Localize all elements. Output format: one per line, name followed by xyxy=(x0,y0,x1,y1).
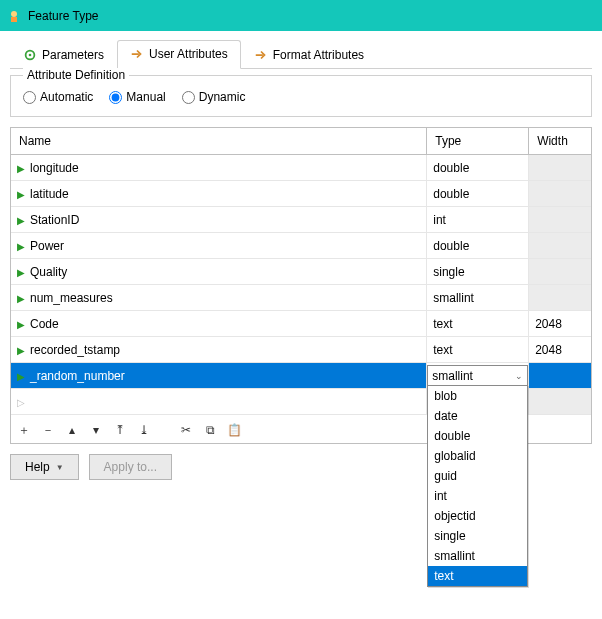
table-row[interactable]: ▶num_measuressmallint xyxy=(11,285,591,311)
attribute-name: _random_number xyxy=(30,369,125,383)
dropdown-option[interactable]: objectid xyxy=(428,506,527,526)
dropdown-option[interactable]: double xyxy=(428,426,527,446)
attribute-name: StationID xyxy=(30,213,79,227)
dropdown-option[interactable]: guid xyxy=(428,466,527,486)
dropdown-option[interactable]: text xyxy=(428,566,527,586)
window-title: Feature Type xyxy=(28,9,99,23)
table-row[interactable]: ▶recorded_tstamptext2048 xyxy=(11,337,591,363)
svg-point-0 xyxy=(11,11,17,17)
expand-icon: ▷ xyxy=(17,397,25,408)
attribute-width: 2048 xyxy=(529,311,591,337)
attribute-width xyxy=(529,181,591,207)
button-label: Help xyxy=(25,460,50,474)
attribute-type: text xyxy=(427,337,529,363)
expand-icon[interactable]: ▶ xyxy=(17,241,25,252)
attribute-name: Quality xyxy=(30,265,67,279)
expand-icon[interactable]: ▶ xyxy=(17,319,25,330)
expand-icon[interactable]: ▶ xyxy=(17,371,25,382)
radio-dynamic[interactable]: Dynamic xyxy=(182,90,246,104)
attribute-type: double xyxy=(427,233,529,259)
attribute-name: longitude xyxy=(30,161,79,175)
attribute-name: recorded_tstamp xyxy=(30,343,120,357)
dropdown-option[interactable]: smallint xyxy=(428,546,527,566)
tabs: Parameters User Attributes Format Attrib… xyxy=(10,39,592,69)
move-top-button[interactable]: ⤒ xyxy=(113,423,127,437)
attribute-width xyxy=(529,259,591,285)
radio-label: Automatic xyxy=(40,90,93,104)
expand-icon[interactable]: ▶ xyxy=(17,163,25,174)
chevron-down-icon: ⌄ xyxy=(515,371,523,381)
radio-label: Manual xyxy=(126,90,165,104)
table-row[interactable]: ▶Codetext2048 xyxy=(11,311,591,337)
table-row[interactable]: ▶StationIDint xyxy=(11,207,591,233)
attribute-width xyxy=(529,363,591,389)
table-row[interactable]: ▶latitudedouble xyxy=(11,181,591,207)
fieldset-legend: Attribute Definition xyxy=(23,68,129,82)
expand-icon[interactable]: ▶ xyxy=(17,189,25,200)
svg-rect-1 xyxy=(11,17,17,22)
radio-label: Dynamic xyxy=(199,90,246,104)
paste-button[interactable]: 📋 xyxy=(227,423,241,437)
attribute-type: text xyxy=(427,311,529,337)
titlebar: Feature Type xyxy=(0,0,602,31)
dropdown-option[interactable]: single xyxy=(428,526,527,546)
attribute-width xyxy=(529,155,591,181)
type-dropdown[interactable]: smallint⌄ xyxy=(427,365,528,387)
table-row[interactable]: ▶longitudedouble xyxy=(11,155,591,181)
attribute-width xyxy=(529,285,591,311)
dropdown-option[interactable]: int xyxy=(428,486,527,506)
attribute-width: 2048 xyxy=(529,337,591,363)
table-row[interactable]: ▶Powerdouble xyxy=(11,233,591,259)
tab-label: User Attributes xyxy=(149,47,228,61)
button-label: Apply to... xyxy=(104,460,157,474)
attribute-width xyxy=(529,207,591,233)
attribute-name: latitude xyxy=(30,187,69,201)
dropdown-value: smallint xyxy=(432,369,473,383)
chevron-down-icon: ▼ xyxy=(56,463,64,472)
attribute-type: smallint xyxy=(427,285,529,311)
expand-icon[interactable]: ▶ xyxy=(17,345,25,356)
dropdown-option[interactable]: globalid xyxy=(428,446,527,466)
attribute-width xyxy=(529,233,591,259)
arrow-icon xyxy=(254,48,268,62)
column-header-width[interactable]: Width xyxy=(529,128,591,155)
gear-icon xyxy=(23,48,37,62)
svg-point-3 xyxy=(29,53,32,56)
radio-automatic[interactable]: Automatic xyxy=(23,90,93,104)
attribute-type: double xyxy=(427,155,529,181)
attribute-definition-fieldset: Attribute Definition Automatic Manual Dy… xyxy=(10,75,592,117)
app-icon xyxy=(6,8,22,24)
attribute-name: Power xyxy=(30,239,64,253)
expand-icon[interactable]: ▶ xyxy=(17,293,25,304)
copy-button[interactable]: ⧉ xyxy=(203,423,217,437)
tab-label: Parameters xyxy=(42,48,104,62)
cut-button[interactable]: ✂ xyxy=(179,423,193,437)
move-up-button[interactable]: ▴ xyxy=(65,423,79,437)
column-header-type[interactable]: Type xyxy=(427,128,529,155)
arrow-icon xyxy=(130,47,144,61)
dropdown-option[interactable]: blob xyxy=(428,386,527,406)
radio-manual[interactable]: Manual xyxy=(109,90,165,104)
apply-to-button[interactable]: Apply to... xyxy=(89,454,172,480)
attribute-type: int xyxy=(427,207,529,233)
attribute-grid: Name Type Width ▶longitudedouble▶latitud… xyxy=(10,127,592,444)
attribute-type: double xyxy=(427,181,529,207)
tab-parameters[interactable]: Parameters xyxy=(10,40,117,69)
attribute-type: single xyxy=(427,259,529,285)
table-row[interactable]: ▶Qualitysingle xyxy=(11,259,591,285)
attribute-name: Code xyxy=(30,317,59,331)
expand-icon[interactable]: ▶ xyxy=(17,215,25,226)
table-row[interactable]: ▶_random_numbersmallint⌄blobdatedoublegl… xyxy=(11,363,591,389)
column-header-name[interactable]: Name xyxy=(11,128,427,155)
move-bottom-button[interactable]: ⤓ xyxy=(137,423,151,437)
remove-row-button[interactable]: － xyxy=(41,423,55,437)
tab-user-attributes[interactable]: User Attributes xyxy=(117,40,241,69)
tab-format-attributes[interactable]: Format Attributes xyxy=(241,40,377,69)
add-row-button[interactable]: ＋ xyxy=(17,423,31,437)
dropdown-option[interactable]: date xyxy=(428,406,527,426)
type-dropdown-list[interactable]: blobdatedoubleglobalidguidintobjectidsin… xyxy=(427,385,528,587)
move-down-button[interactable]: ▾ xyxy=(89,423,103,437)
expand-icon[interactable]: ▶ xyxy=(17,267,25,278)
attribute-name: num_measures xyxy=(30,291,113,305)
help-button[interactable]: Help ▼ xyxy=(10,454,79,480)
